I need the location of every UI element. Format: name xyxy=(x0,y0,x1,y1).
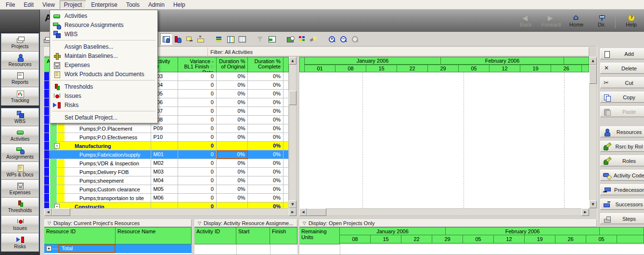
menu-item-issues[interactable]: Issues xyxy=(50,91,157,100)
activity-id-cell[interactable] xyxy=(151,142,179,150)
col-header-resource-name[interactable]: Resource Name xyxy=(116,227,192,244)
duration-complete-cell[interactable]: 0% xyxy=(248,159,283,168)
duration-complete-cell[interactable]: 0% xyxy=(248,124,283,133)
gantt-hscrollbar[interactable] xyxy=(299,208,589,216)
week-cell[interactable]: 19 xyxy=(525,235,555,243)
table-hscrollbar[interactable] xyxy=(44,208,296,216)
rsrc-by-rol-button[interactable]: Rsrc by Rol xyxy=(600,141,644,152)
week-cell[interactable]: 15 xyxy=(371,235,401,243)
zoom-fit-button[interactable] xyxy=(349,33,361,45)
gantt-scroll-right-button[interactable]: ▶ xyxy=(581,208,589,216)
activity-id-cell[interactable]: M05 xyxy=(151,185,179,194)
menu-item-resource-assignments[interactable]: Resource Assignments xyxy=(50,20,157,29)
menu-view[interactable]: View xyxy=(39,1,59,9)
duration-original-cell[interactable]: 0% xyxy=(217,116,248,124)
nav-help-button[interactable]: Help xyxy=(618,14,644,27)
duration-original-cell[interactable]: 0% xyxy=(217,98,248,107)
duration-complete-cell[interactable]: 0% xyxy=(248,107,283,116)
menu-project[interactable]: Project xyxy=(60,0,86,9)
variance-cell[interactable]: 0 xyxy=(178,124,217,133)
duration-complete-cell[interactable]: 0% xyxy=(248,90,283,98)
duration-original-cell[interactable]: 0% xyxy=(217,194,248,202)
duration-complete-cell[interactable]: 0% xyxy=(248,150,283,159)
menu-item-wbs[interactable]: WBS xyxy=(50,29,157,39)
open-projects-timescale[interactable]: January 2006February 2006081522290512192… xyxy=(340,227,644,244)
menu-item-work-products-and-documents[interactable]: Work Products and Documents xyxy=(50,69,157,79)
col-header-finish[interactable]: Finish xyxy=(270,227,297,244)
zoom-in-button[interactable] xyxy=(326,33,337,45)
duration-original-cell[interactable]: 0% xyxy=(217,81,248,90)
nav-dir-button[interactable]: Dir. xyxy=(589,14,615,27)
col-header-duration-complete[interactable]: Duration % Complete xyxy=(248,57,283,72)
week-cell[interactable]: 08 xyxy=(340,235,371,243)
sidebar-item-resources[interactable]: Resources xyxy=(1,52,39,69)
table-row[interactable]: Pumps;P.O.PlacementP0900%0% xyxy=(44,124,289,133)
activity-name-cell[interactable]: Pumps;P.O.Placement xyxy=(44,124,151,133)
activity-code-button[interactable]: Activity Code xyxy=(600,170,644,181)
columns-button[interactable] xyxy=(225,33,236,45)
duration-complete-cell[interactable]: 0% xyxy=(248,142,283,150)
duration-original-cell[interactable]: 0% xyxy=(217,168,248,176)
zoom-out-button[interactable] xyxy=(337,33,349,45)
activity-id-cell[interactable]: M01 xyxy=(151,150,179,159)
menu-help[interactable]: Help xyxy=(169,1,189,9)
duration-original-cell[interactable]: 0% xyxy=(217,90,248,98)
week-cell[interactable]: 26 xyxy=(551,65,582,72)
month-cell-empty[interactable] xyxy=(564,57,589,65)
variance-cell[interactable]: 0 xyxy=(178,185,217,194)
resource-usage-button[interactable] xyxy=(172,33,183,45)
sidebar-item-tracking[interactable]: Tracking xyxy=(1,87,39,105)
activity-name-cell[interactable]: Pumps;transportaion to site xyxy=(44,194,151,202)
variance-cell[interactable]: 0 xyxy=(178,72,217,81)
duration-original-cell[interactable]: 0% xyxy=(217,176,248,185)
activity-name-cell[interactable]: Pumps;Fabrication/supply xyxy=(44,150,151,159)
table-row[interactable]: Pumps;sheepmentM0400%0% xyxy=(44,176,289,185)
col-header-duration-original[interactable]: Duration % of Original xyxy=(217,57,248,72)
layout-button[interactable] xyxy=(266,33,278,45)
sidebar-item-issues[interactable]: Issues xyxy=(1,215,39,233)
timescale-button[interactable] xyxy=(236,33,248,45)
table-scroll-left-button[interactable]: ◀ xyxy=(44,208,52,216)
menu-tools[interactable]: Tools xyxy=(122,1,143,9)
week-cell[interactable]: 12 xyxy=(494,235,525,243)
duration-complete-cell[interactable]: 0% xyxy=(248,185,283,194)
variance-cell[interactable]: 0 xyxy=(178,176,217,185)
group-row[interactable]: -Constructin00% xyxy=(44,202,289,208)
trace-logic-button[interactable] xyxy=(183,33,195,45)
week-cell[interactable]: 19 xyxy=(520,65,551,72)
week-cell[interactable]: 15 xyxy=(366,65,397,72)
resources-button[interactable]: Resources xyxy=(600,126,644,137)
sidebar-item-assignments[interactable]: Assignments xyxy=(1,144,39,162)
col-header-remaining-units[interactable]: Remaining Units xyxy=(299,227,340,244)
variance-cell[interactable]: 0 xyxy=(178,202,217,208)
variance-cell[interactable]: 0 xyxy=(178,98,217,107)
menu-edit[interactable]: Edit xyxy=(20,1,38,9)
duration-original-cell[interactable]: 0% xyxy=(217,159,248,168)
sidebar-item-expenses[interactable]: Expenses xyxy=(1,180,39,198)
variance-cell[interactable]: 0 xyxy=(178,90,217,98)
table-row[interactable]: Pumps;P.O.EfectivenessP1000%0% xyxy=(44,133,289,142)
collapse-icon[interactable]: - xyxy=(54,204,60,208)
duration-complete-cell[interactable]: 0% xyxy=(248,176,283,185)
collapse-icon[interactable]: - xyxy=(54,143,60,148)
group-sort-button[interactable] xyxy=(213,33,225,45)
week-cell[interactable]: 01 xyxy=(305,65,335,72)
duration-complete-cell[interactable]: 0% xyxy=(248,133,283,142)
table-scroll-right-button[interactable]: ▶ xyxy=(289,208,296,216)
col-header-variance[interactable]: Variance - BL1 Finish ▽ Date xyxy=(178,57,217,72)
menu-admin[interactable]: Admin xyxy=(144,1,168,9)
table-row[interactable]: Pumps;VDR & InspectionM0200%0% xyxy=(44,159,289,168)
table-view-button[interactable] xyxy=(160,33,172,45)
variance-cell[interactable]: 0 xyxy=(178,159,217,168)
week-cell[interactable]: 29 xyxy=(428,65,459,72)
variance-cell[interactable]: 0 xyxy=(178,142,217,150)
nav-home-button[interactable]: Home xyxy=(564,14,589,27)
menu-item-activities[interactable]: Activities xyxy=(50,11,157,20)
gantt-scroll-down-button[interactable]: ▼ xyxy=(589,201,597,208)
gantt-timescale[interactable]: January 2006February 2006010815222905121… xyxy=(299,57,589,72)
table-row[interactable]: Pumps;Custom clearanceM0500%0% xyxy=(44,185,289,194)
month-cell[interactable]: February 2006 xyxy=(441,57,564,65)
duration-original-cell[interactable]: 0% xyxy=(217,133,248,142)
duration-original-cell[interactable]: 0% xyxy=(217,107,248,116)
week-cell[interactable]: 08 xyxy=(335,65,366,72)
